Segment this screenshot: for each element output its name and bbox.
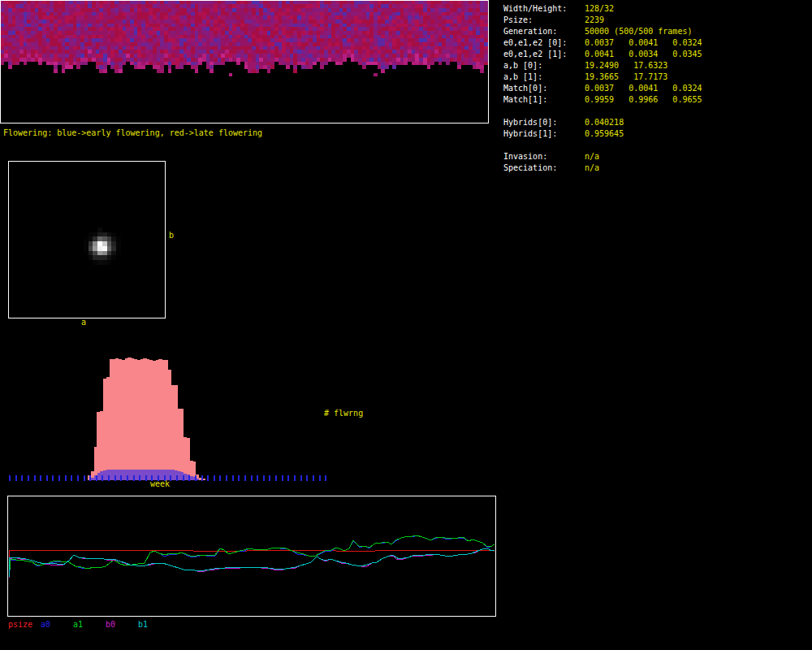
stats-value: 2239 bbox=[585, 15, 604, 26]
stats-row: Generation:50000 (500/500 frames) bbox=[503, 26, 557, 37]
legend-psize: psize bbox=[8, 619, 32, 630]
series-b1 bbox=[9, 548, 495, 577]
stats-value: 0.959645 bbox=[585, 128, 624, 140]
stats-row: Psize:2239 bbox=[503, 15, 533, 26]
simulation-app: Flowering: blue->early flowering, red->l… bbox=[0, 0, 812, 650]
stats-label: Speciation: bbox=[503, 163, 557, 172]
series-a1 bbox=[10, 535, 495, 570]
stats-value: 0.0041 0.0034 0.0345 bbox=[585, 49, 702, 60]
stats-row: Invasion:n/a bbox=[503, 151, 547, 162]
stats-value: 0.0037 0.0041 0.0324 bbox=[585, 83, 702, 94]
stats-label: e0,e1,e2 [0]: bbox=[503, 38, 567, 47]
world-grid bbox=[1, 1, 488, 77]
stats-row: e0,e1,e2 [0]:0.0037 0.0041 0.0324 bbox=[503, 37, 567, 49]
stats-row: Speciation:n/a bbox=[503, 162, 557, 174]
stats-row: a,b [1]:19.3665 17.7173 bbox=[503, 72, 542, 83]
stats-label: Psize: bbox=[503, 15, 533, 24]
stats-value: n/a bbox=[585, 162, 599, 174]
stats-value: 50000 (500/500 frames) bbox=[585, 26, 692, 37]
ab-xaxis-label: a bbox=[81, 317, 86, 327]
series-b0 bbox=[9, 548, 495, 578]
stats-row: Hybrids[1]:0.959645 bbox=[503, 128, 557, 140]
week-axis-label: week bbox=[150, 479, 170, 489]
ab-yaxis-label: b bbox=[169, 230, 174, 240]
stats-value: 0.9959 0.9966 0.9655 bbox=[585, 94, 702, 106]
stats-label: Match[0]: bbox=[503, 84, 547, 93]
stats-row: e0,e1,e2 [1]:0.0041 0.0034 0.0345 bbox=[503, 49, 567, 60]
stats-label: a,b [0]: bbox=[503, 61, 542, 70]
stats-value: 19.3665 17.7173 bbox=[585, 72, 667, 83]
legend-b0: b0 bbox=[106, 619, 115, 630]
stats-label: Hybrids[0]: bbox=[503, 118, 557, 127]
stats-row: Match[0]:0.0037 0.0041 0.0324 bbox=[503, 83, 547, 94]
flowering-caption: Flowering: blue->early flowering, red->l… bbox=[3, 128, 262, 138]
legend-a1: a1 bbox=[73, 619, 83, 630]
timeseries-lines bbox=[9, 535, 495, 578]
stats-value: 0.040218 bbox=[585, 117, 624, 128]
stats-label: Generation: bbox=[503, 27, 557, 36]
stats-row: Match[1]:0.9959 0.9966 0.9655 bbox=[503, 94, 547, 106]
stats-label: Width/Height: bbox=[503, 4, 567, 13]
stats-label: Invasion: bbox=[503, 152, 547, 161]
stats-label: Hybrids[1]: bbox=[503, 129, 557, 138]
legend-b1: b1 bbox=[138, 619, 148, 630]
stats-value: 19.2490 17.6323 bbox=[585, 60, 667, 72]
stats-label: e0,e1,e2 [1]: bbox=[503, 50, 567, 58]
ab-density-blob bbox=[84, 228, 121, 265]
legend-a0: a0 bbox=[41, 619, 50, 630]
flowering-histogram bbox=[88, 358, 205, 480]
stats-row: Width/Height:128/32 bbox=[503, 3, 567, 15]
flwrng-axis-label: # flwrng bbox=[324, 408, 363, 418]
stats-value: 128/32 bbox=[585, 3, 614, 15]
stats-label: Match[1]: bbox=[503, 95, 547, 104]
stats-label: a,b [1]: bbox=[503, 72, 542, 81]
stats-value: n/a bbox=[585, 151, 599, 162]
stats-row: Hybrids[0]:0.040218 bbox=[503, 117, 557, 128]
stats-row: a,b [0]:19.2490 17.6323 bbox=[503, 60, 542, 72]
series-a0 bbox=[10, 535, 495, 570]
stats-value: 0.0037 0.0041 0.0324 bbox=[585, 37, 702, 49]
